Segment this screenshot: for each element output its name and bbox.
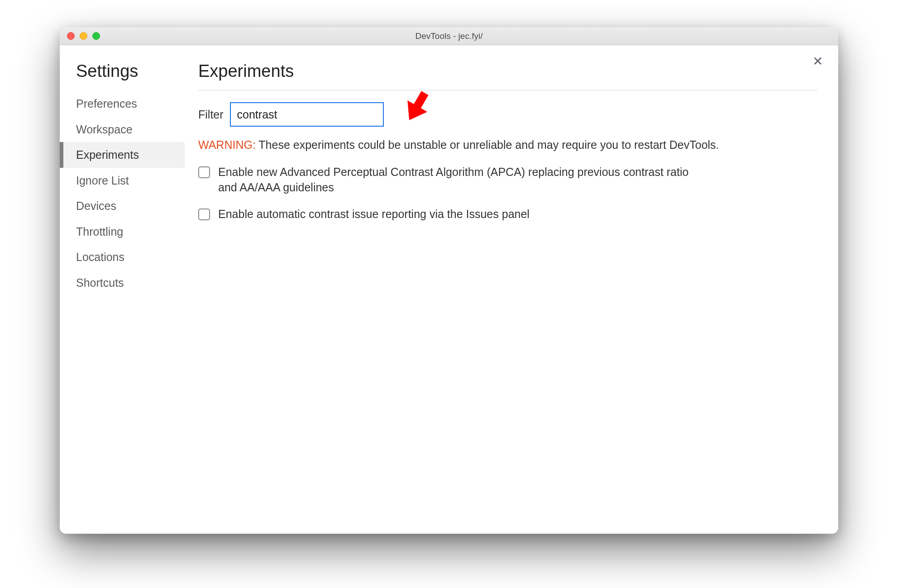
sidebar-item-devices[interactable]: Devices (60, 193, 185, 219)
close-window-button[interactable] (67, 32, 75, 40)
experiment-label[interactable]: Enable new Advanced Perceptual Contrast … (218, 165, 693, 195)
filter-row: Filter (198, 102, 817, 127)
page-title: Experiments (198, 62, 817, 90)
settings-sidebar: Settings Preferences Workspace Experimen… (60, 45, 185, 534)
sidebar-item-shortcuts[interactable]: Shortcuts (60, 270, 185, 296)
experiment-row: Enable automatic contrast issue reportin… (198, 207, 817, 222)
app-window: DevTools - jec.fyi/ ✕ Settings Preferenc… (60, 27, 838, 534)
main-panel: Experiments Filter WARNING: These experi… (185, 45, 838, 534)
sidebar-item-throttling[interactable]: Throttling (60, 219, 185, 245)
experiment-label[interactable]: Enable automatic contrast issue reportin… (218, 207, 530, 222)
sidebar-item-locations[interactable]: Locations (60, 244, 185, 270)
minimize-window-button[interactable] (80, 32, 87, 40)
sidebar-item-experiments[interactable]: Experiments (60, 142, 185, 168)
filter-input[interactable] (230, 102, 384, 127)
annotation-arrow-icon (397, 85, 438, 128)
sidebar-title: Settings (60, 62, 185, 91)
maximize-window-button[interactable] (92, 32, 100, 40)
sidebar-item-ignore-list[interactable]: Ignore List (60, 168, 185, 194)
filter-label: Filter (198, 108, 224, 121)
experiment-checkbox-apca[interactable] (198, 166, 210, 178)
warning-message: WARNING: These experiments could be unst… (198, 138, 817, 153)
sidebar-item-workspace[interactable]: Workspace (60, 117, 185, 142)
warning-text: These experiments could be unstable or u… (256, 138, 719, 151)
content-area: ✕ Settings Preferences Workspace Experim… (60, 45, 838, 534)
traffic-lights (67, 32, 100, 40)
titlebar: DevTools - jec.fyi/ (60, 27, 838, 45)
window-title: DevTools - jec.fyi/ (60, 31, 838, 41)
sidebar-item-preferences[interactable]: Preferences (60, 91, 185, 117)
warning-prefix: WARNING: (198, 138, 256, 151)
experiment-row: Enable new Advanced Perceptual Contrast … (198, 165, 817, 195)
experiment-checkbox-contrast-issues[interactable] (198, 209, 210, 220)
